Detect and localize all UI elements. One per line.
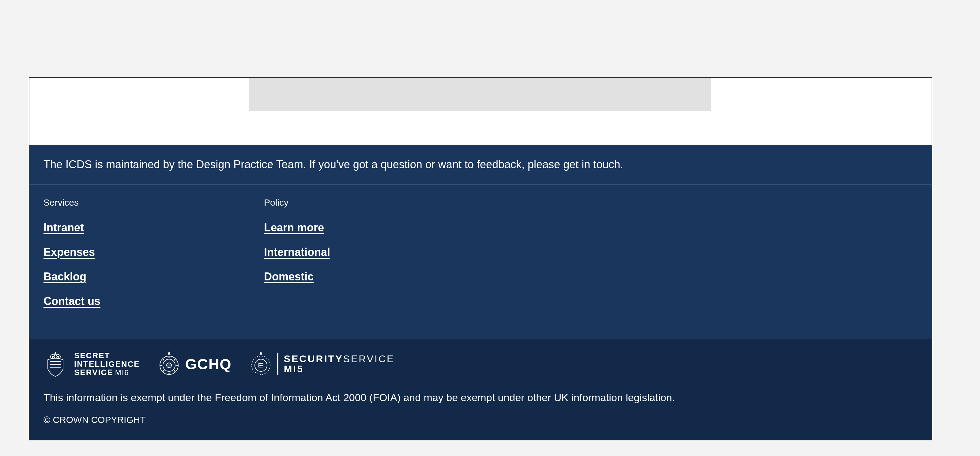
footer-link-intranet[interactable]: Intranet bbox=[43, 221, 84, 234]
logo-mi5-line2: MI5 bbox=[284, 364, 395, 375]
svg-line-11 bbox=[163, 359, 164, 360]
logo-gchq-word: GCHQ bbox=[185, 356, 232, 373]
footer-logo-row: SECRET INTELLIGENCE SERVICEMI6 bbox=[43, 351, 918, 377]
footer-intro-text: The ICDS is maintained by the Design Pra… bbox=[43, 157, 918, 185]
logo-mi6-line3: SERVICEMI6 bbox=[74, 368, 140, 376]
footer-link-backlog[interactable]: Backlog bbox=[43, 270, 86, 283]
footer-link-columns: Services Intranet Expenses Backlog Conta… bbox=[43, 197, 918, 319]
logo-mi6-line3-thin: MI6 bbox=[115, 368, 129, 376]
footer-col-title-services: Services bbox=[43, 197, 123, 208]
logo-mi5-divider bbox=[277, 353, 278, 375]
footer-lower: SECRET INTELLIGENCE SERVICEMI6 bbox=[29, 339, 932, 440]
logo-mi6-text: SECRET INTELLIGENCE SERVICEMI6 bbox=[74, 351, 140, 376]
svg-line-13 bbox=[163, 370, 164, 371]
svg-point-6 bbox=[167, 363, 172, 368]
logo-mi5-line1-bold: SECURITY bbox=[284, 353, 343, 364]
svg-line-12 bbox=[174, 370, 175, 371]
logo-mi5-line1: SECURITYSERVICE bbox=[284, 354, 395, 364]
svg-point-3 bbox=[57, 356, 59, 357]
svg-line-14 bbox=[174, 359, 175, 360]
content-panel bbox=[240, 78, 721, 125]
logo-mi5: SECURITYSERVICE MI5 bbox=[250, 351, 395, 377]
gchq-emblem-icon bbox=[158, 351, 180, 377]
logo-mi5-text: SECURITYSERVICE MI5 bbox=[284, 354, 395, 375]
logo-mi6-line1: SECRET bbox=[74, 351, 140, 360]
footer-foia-text: This information is exempt under the Fre… bbox=[43, 392, 918, 403]
logo-mi6: SECRET INTELLIGENCE SERVICEMI6 bbox=[43, 351, 140, 377]
footer-link-domestic[interactable]: Domestic bbox=[264, 270, 313, 283]
crest-icon bbox=[43, 351, 67, 377]
svg-point-2 bbox=[52, 356, 53, 357]
logo-mi6-line3-bold: SERVICE bbox=[74, 368, 113, 377]
content-placeholder bbox=[249, 78, 711, 111]
footer-divider bbox=[29, 185, 932, 185]
footer-col-title-policy: Policy bbox=[264, 197, 344, 208]
page-frame: The ICDS is maintained by the Design Pra… bbox=[29, 77, 932, 440]
footer-upper: The ICDS is maintained by the Design Pra… bbox=[29, 145, 932, 339]
mi5-emblem-icon bbox=[250, 351, 272, 377]
footer-link-contact-us[interactable]: Contact us bbox=[43, 295, 100, 308]
footer-col-policy: Policy Learn more International Domestic bbox=[264, 197, 344, 319]
footer-link-learn-more[interactable]: Learn more bbox=[264, 221, 324, 234]
content-band bbox=[29, 78, 932, 145]
footer-col-services: Services Intranet Expenses Backlog Conta… bbox=[43, 197, 123, 319]
logo-mi5-line1-thin: SERVICE bbox=[343, 353, 395, 364]
footer-copyright-text: © CROWN COPYRIGHT bbox=[43, 415, 918, 425]
footer-link-international[interactable]: International bbox=[264, 246, 330, 258]
logo-mi6-line2: INTELLIGENCE bbox=[74, 360, 140, 368]
footer-link-expenses[interactable]: Expenses bbox=[43, 246, 95, 258]
logo-gchq: GCHQ bbox=[158, 351, 232, 377]
